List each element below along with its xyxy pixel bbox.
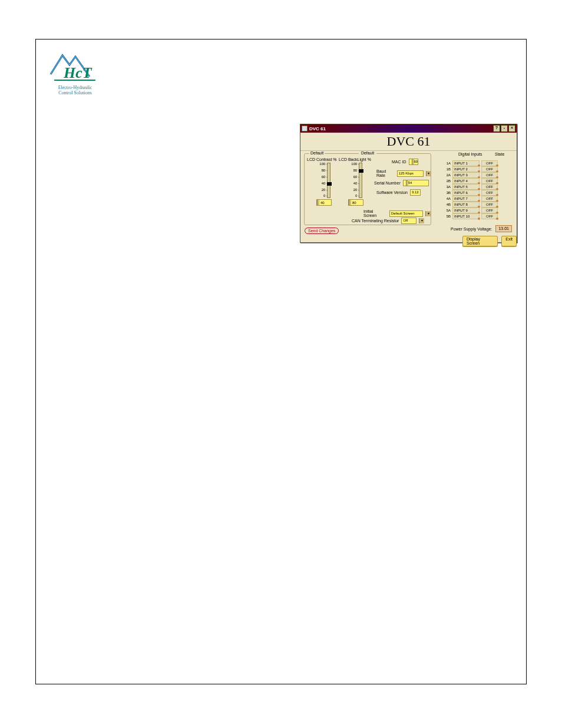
- lcd-contrast-label: LCD Contrast %: [307, 157, 337, 162]
- input-name[interactable]: INPUT 5: [452, 184, 480, 190]
- close-button[interactable]: ×: [508, 125, 515, 132]
- logo-line1: Electro-Hydraulic: [58, 85, 92, 90]
- software-version-label: Software Version: [376, 190, 408, 195]
- lcd-backlight-value[interactable]: 80: [348, 199, 363, 206]
- logo-line2: Control Solutions: [58, 90, 92, 95]
- input-name[interactable]: INPUT 4: [452, 178, 480, 184]
- can-resistor-row: CAN Terminating Resistor Off ▾: [352, 218, 424, 224]
- dvc61-window: DVC 61 ? - × DVC 61 Default Default LCD …: [300, 124, 517, 243]
- input-state: OFF: [481, 184, 498, 190]
- mac-id-label: MAC ID: [392, 160, 406, 164]
- state-header: State: [495, 152, 504, 156]
- input-name[interactable]: INPUT 9: [452, 207, 480, 213]
- power-supply-row: Power Supply Voltage: 13.01: [451, 225, 512, 232]
- input-name[interactable]: INPUT 6: [452, 190, 480, 196]
- input-num: 1A: [444, 162, 451, 165]
- mac-id-field[interactable]: 60: [409, 159, 419, 165]
- serial-number-field[interactable]: 54: [403, 180, 429, 186]
- input-num: 2B: [444, 179, 451, 183]
- table-row: 3BINPUT 6OFF: [444, 190, 498, 196]
- power-supply-value: 13.01: [495, 225, 512, 232]
- window-titlebar[interactable]: DVC 61 ? - ×: [300, 124, 517, 133]
- input-num: 5B: [444, 215, 451, 218]
- page-title: DVC 61: [300, 133, 517, 151]
- input-state: OFF: [481, 172, 498, 178]
- baud-rate-dropdown[interactable]: 125 Kbps: [397, 170, 424, 177]
- mac-id-row: MAC ID 60: [392, 159, 418, 165]
- initial-screen-dropdown[interactable]: Default Screen: [389, 210, 423, 217]
- initial-screen-label: Initial Screen: [363, 209, 387, 218]
- chevron-down-icon[interactable]: ▾: [419, 218, 424, 223]
- input-num: 1B: [444, 167, 451, 171]
- can-resistor-label: CAN Terminating Resistor: [352, 219, 399, 223]
- serial-number-label: Serial Number: [374, 181, 401, 185]
- window-title: DVC 61: [309, 126, 326, 131]
- software-version-field: 3.12: [410, 189, 421, 196]
- lcd-backlight-label: LCD BackLight %: [339, 157, 371, 162]
- exit-button[interactable]: Exit: [501, 236, 517, 246]
- chevron-down-icon[interactable]: ▾: [425, 211, 431, 216]
- digital-inputs-header: Digital Inputs: [458, 152, 482, 156]
- can-resistor-dropdown[interactable]: Off: [401, 218, 416, 224]
- table-row: 2BINPUT 4OFF: [444, 178, 498, 184]
- lcd-contrast-value[interactable]: 40: [316, 199, 332, 206]
- table-row: 1AINPUT 1OFF: [444, 160, 498, 166]
- input-num: 3A: [444, 185, 451, 189]
- defaults-group: Default Default LCD Contrast % LCD BackL…: [304, 153, 431, 225]
- input-name[interactable]: INPUT 8: [452, 202, 480, 207]
- input-state: OFF: [481, 178, 498, 184]
- input-state: OFF: [481, 166, 498, 172]
- lcd-contrast-slider[interactable]: 100 - 80 - 60 - 40 - 20 - 0 - 40: [318, 163, 332, 197]
- send-changes-button[interactable]: Send Changes: [305, 228, 339, 234]
- input-state: OFF: [481, 213, 498, 219]
- input-num: 4B: [444, 203, 451, 206]
- table-row: 1BINPUT 2OFF: [444, 166, 498, 172]
- initial-screen-row: Initial Screen Default Screen ▾: [363, 209, 431, 218]
- window-icon: [302, 126, 308, 131]
- input-name[interactable]: INPUT 10: [452, 213, 480, 219]
- help-button[interactable]: ?: [493, 125, 500, 132]
- power-supply-label: Power Supply Voltage:: [451, 227, 492, 231]
- slider-handle[interactable]: [359, 169, 363, 173]
- input-name[interactable]: INPUT 1: [452, 160, 480, 166]
- input-name[interactable]: INPUT 2: [452, 166, 480, 172]
- table-row: 2AINPUT 3OFF: [444, 172, 498, 178]
- defaults-heading: Default: [359, 151, 376, 155]
- table-row: 5BINPUT 10OFF: [444, 213, 498, 219]
- slider-handle[interactable]: [327, 182, 332, 186]
- input-state: OFF: [481, 207, 498, 213]
- table-row: 4BINPUT 8OFF: [444, 202, 498, 207]
- table-row: 4AINPUT 7OFF: [444, 196, 498, 202]
- input-num: 5A: [444, 209, 451, 212]
- input-num: 2A: [444, 173, 451, 177]
- input-num: 3B: [444, 191, 451, 195]
- hct-logo-icon: HcT: [47, 48, 103, 84]
- table-row: 5AINPUT 9OFF: [444, 207, 498, 213]
- display-screen-button[interactable]: Display Screen: [462, 236, 498, 246]
- svg-text:HcT: HcT: [63, 64, 92, 81]
- company-logo: HcT Electro-Hydraulic Control Solutions: [47, 48, 103, 98]
- digital-inputs-table: 1AINPUT 1OFF1BINPUT 2OFF2AINPUT 3OFF2BIN…: [444, 160, 498, 219]
- software-version-row: Software Version 3.12: [376, 189, 421, 196]
- input-state: OFF: [481, 196, 498, 202]
- baud-rate-row: Baud Rate 125 Kbps ▾: [376, 169, 431, 177]
- serial-number-row: Serial Number 54: [374, 180, 429, 186]
- input-name[interactable]: INPUT 7: [452, 196, 480, 202]
- input-state: OFF: [481, 190, 498, 196]
- baud-rate-label: Baud Rate: [376, 169, 395, 177]
- table-row: 3AINPUT 5OFF: [444, 184, 498, 190]
- chevron-down-icon[interactable]: ▾: [426, 171, 431, 176]
- minimize-button[interactable]: -: [501, 125, 508, 132]
- input-state: OFF: [481, 202, 498, 207]
- input-state: OFF: [481, 160, 498, 166]
- lcd-backlight-slider[interactable]: 100 - 80 - 60 - 40 - 20 - 0 - 80: [349, 163, 363, 197]
- input-name[interactable]: INPUT 3: [452, 172, 480, 178]
- input-num: 4A: [444, 197, 451, 200]
